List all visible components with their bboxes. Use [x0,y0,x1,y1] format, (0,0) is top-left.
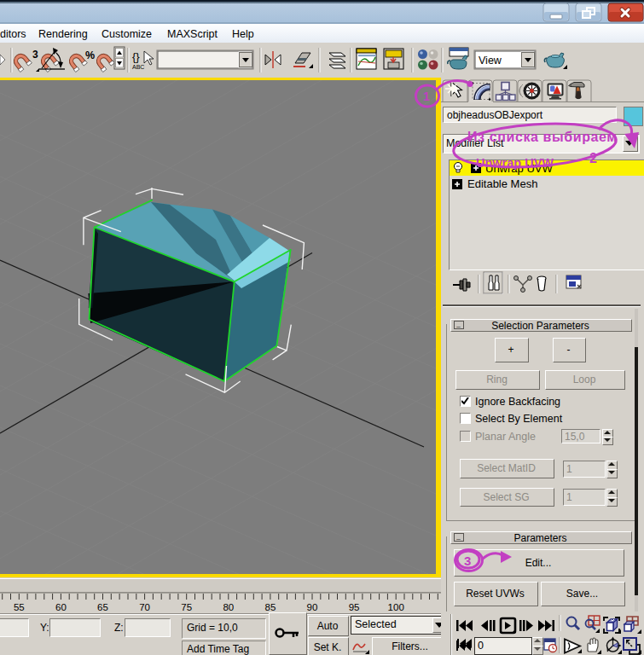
svg-text:Из списка выбираем: Из списка выбираем [467,130,618,144]
svg-text:2: 2 [589,151,597,165]
svg-text:1: 1 [423,90,430,103]
svg-text:3: 3 [464,554,471,568]
svg-text:Unwrap UVW: Unwrap UVW [476,156,554,170]
